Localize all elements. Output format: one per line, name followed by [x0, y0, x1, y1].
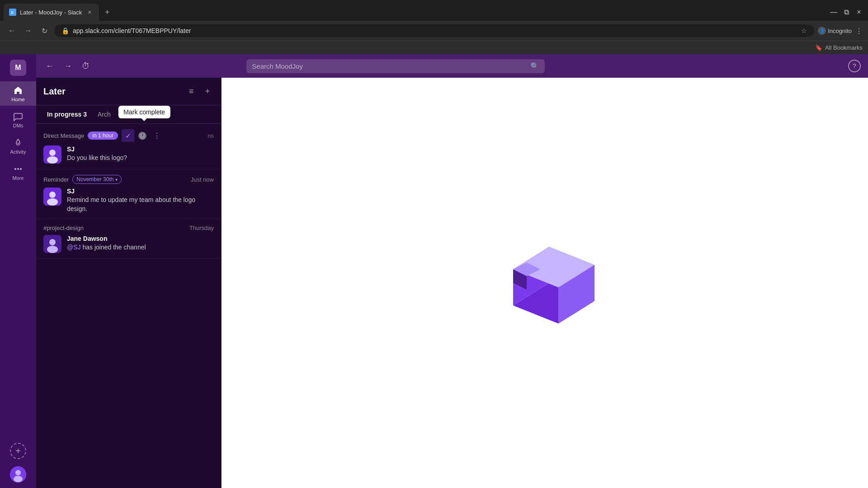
- nav-extras: 👤 Incognito ⋮: [818, 27, 863, 35]
- activity-icon: [13, 137, 24, 148]
- back-button[interactable]: ←: [5, 24, 18, 37]
- reminder-body: SJ Remind me to update my team about the…: [43, 188, 214, 213]
- home-icon: [13, 85, 24, 96]
- lock-icon: 🔒: [61, 27, 69, 34]
- bookmarks-label: All Bookmarks: [825, 44, 863, 51]
- svg-point-5: [14, 168, 16, 170]
- dm-avatar: [43, 145, 61, 164]
- dm-author: SJ: [67, 145, 214, 153]
- project-type: #project-design: [43, 225, 84, 231]
- project-text-suffix: has joined the channel: [81, 244, 146, 251]
- sidebar-item-more[interactable]: More: [0, 160, 36, 184]
- later-header: Later ≡ +: [36, 78, 221, 105]
- reminder-badge: November 30th ▾: [72, 175, 122, 184]
- dm-badge: in 1 hour: [88, 131, 118, 140]
- close-button[interactable]: ×: [854, 7, 864, 18]
- main-header: ← → ⏱ Search MoodJoy 🔍 ?: [36, 54, 868, 78]
- project-body: Jane Dawson @SJ has joined the channel: [43, 235, 214, 253]
- user-avatar[interactable]: [10, 466, 26, 483]
- minimize-button[interactable]: —: [828, 7, 839, 18]
- project-content: Jane Dawson @SJ has joined the channel: [67, 235, 214, 253]
- later-title: Later: [43, 86, 66, 97]
- later-panel: Later ≡ + In progress 3 Arch: [36, 78, 222, 488]
- tab-in-progress[interactable]: In progress 3: [43, 109, 90, 120]
- reminder-badge-text: November 30th: [76, 176, 113, 183]
- svg-point-13: [47, 156, 58, 164]
- dm-meta: Direct Message in 1 hour ✓ 🕐 ⋮ ns: [43, 129, 214, 142]
- message-item-dm: Direct Message in 1 hour ✓ 🕐 ⋮ ns: [36, 124, 221, 169]
- search-icon: 🔍: [530, 62, 539, 70]
- search-bar[interactable]: Search MoodJoy 🔍: [246, 59, 545, 73]
- reminder-time: Just now: [191, 176, 214, 183]
- svg-point-4: [18, 143, 19, 144]
- reminder-message-item[interactable]: Reminder November 30th ▾ Just now: [36, 169, 221, 219]
- tab-close-button[interactable]: ×: [85, 8, 94, 16]
- project-time: Thursday: [189, 225, 214, 231]
- refresh-button[interactable]: ↻: [38, 24, 51, 37]
- reminder-avatar: [43, 188, 61, 206]
- tab-favicon: S: [9, 9, 16, 16]
- project-design-item[interactable]: #project-design Thursday: [36, 219, 221, 259]
- home-label: Home: [11, 97, 24, 102]
- address-bar[interactable]: 🔒 app.slack.com/client/T067MEBPPUY/later…: [54, 24, 814, 37]
- dm-message-item[interactable]: Direct Message in 1 hour ✓ 🕐 ⋮ ns: [36, 124, 221, 169]
- profile-icon[interactable]: 👤 Incognito: [818, 27, 852, 35]
- header-back-button[interactable]: ←: [43, 60, 56, 72]
- sidebar-item-home[interactable]: Home: [0, 81, 36, 106]
- reminder-author: SJ: [67, 188, 214, 195]
- dm-actions: ✓ 🕐 ⋮: [122, 129, 163, 142]
- reminder-content: SJ Remind me to update my team about the…: [67, 188, 214, 213]
- slack-sidebar: M Home DMs: [0, 54, 36, 488]
- svg-text:S: S: [11, 10, 14, 15]
- dm-content: SJ Do you like this logo?: [67, 145, 214, 164]
- sidebar-item-activity[interactable]: Activity: [0, 134, 36, 158]
- svg-point-19: [47, 246, 58, 253]
- tab-title: Later - MoodJoy - Slack: [20, 9, 82, 16]
- tab-archived[interactable]: Arch: [94, 109, 114, 120]
- help-button[interactable]: ?: [848, 60, 861, 72]
- svg-point-9: [15, 470, 21, 475]
- reminder-badge-chevron: ▾: [115, 177, 118, 182]
- workspace-avatar[interactable]: M: [10, 60, 26, 76]
- mark-complete-tooltip: Mark complete: [118, 106, 170, 118]
- dm-type: Direct Message: [43, 132, 84, 139]
- more-icon: [13, 164, 24, 174]
- dms-label: DMs: [13, 123, 24, 128]
- svg-point-18: [49, 239, 56, 245]
- add-workspace-button[interactable]: +: [10, 443, 26, 459]
- activity-label: Activity: [10, 149, 26, 155]
- more-options-button[interactable]: ⋮: [151, 129, 163, 142]
- new-tab-button[interactable]: +: [101, 6, 113, 19]
- add-button[interactable]: +: [201, 85, 214, 98]
- header-forward-button[interactable]: →: [61, 60, 74, 72]
- dm-text: Do you like this logo?: [67, 154, 214, 163]
- project-text: @SJ has joined the channel: [67, 243, 214, 252]
- search-placeholder: Search MoodJoy: [252, 62, 527, 70]
- svg-point-12: [49, 150, 56, 156]
- clock-button[interactable]: 🕐: [136, 129, 149, 142]
- sidebar-item-dms[interactable]: DMs: [0, 108, 36, 132]
- project-mention: @SJ: [67, 244, 81, 251]
- slack-3d-logo: [477, 224, 613, 342]
- forward-button[interactable]: →: [22, 24, 34, 37]
- browser-tab[interactable]: S Later - MoodJoy - Slack ×: [4, 4, 99, 21]
- right-panel: [222, 78, 868, 488]
- check-button[interactable]: ✓: [122, 129, 134, 142]
- project-meta: #project-design Thursday: [43, 225, 214, 231]
- header-history-button[interactable]: ⏱: [80, 60, 92, 72]
- dms-icon: [13, 111, 24, 122]
- project-avatar: [43, 235, 61, 253]
- svg-point-7: [20, 168, 22, 170]
- project-author: Jane Dawson: [67, 235, 214, 242]
- dm-time: ns: [208, 132, 214, 139]
- later-actions: ≡ +: [185, 85, 214, 98]
- maximize-button[interactable]: ⧉: [841, 7, 852, 18]
- svg-point-16: [47, 198, 58, 206]
- svg-point-6: [17, 168, 19, 170]
- reminder-meta: Reminder November 30th ▾ Just now: [43, 175, 214, 184]
- extension-icon[interactable]: ⋮: [855, 27, 863, 35]
- more-label: More: [12, 175, 24, 181]
- filter-button[interactable]: ≡: [185, 85, 198, 98]
- reminder-type: Reminder: [43, 176, 69, 183]
- star-icon: ☆: [801, 27, 807, 34]
